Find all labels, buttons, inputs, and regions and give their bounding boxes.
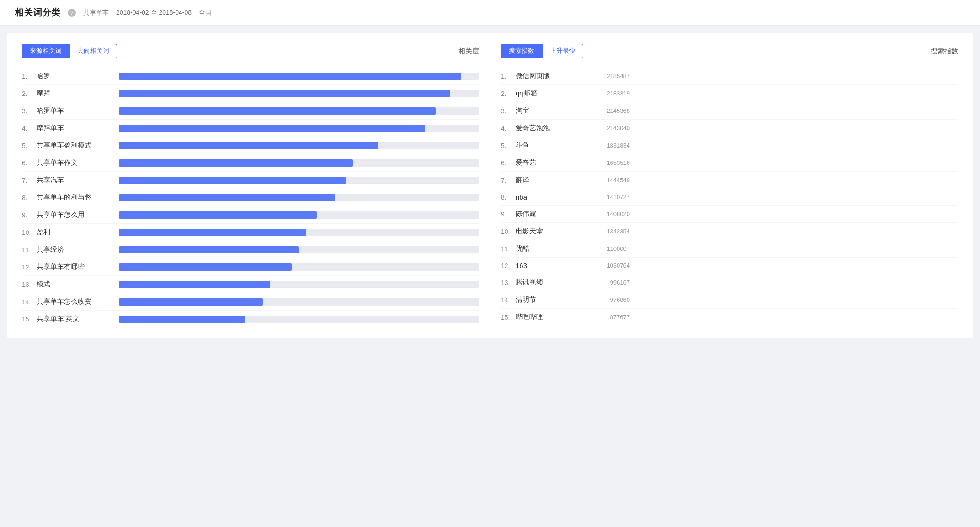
- relevance-bar-container: [119, 194, 479, 201]
- search-score: 1342354: [589, 228, 630, 235]
- rank-number: 6.: [501, 159, 516, 167]
- rank-number: 11.: [22, 246, 37, 253]
- relevance-bar-fill: [119, 125, 425, 132]
- keyword-text: 163: [516, 262, 589, 269]
- keyword-text: 共享经济: [37, 245, 119, 254]
- relevance-bar-fill: [119, 211, 317, 219]
- keyword-text: 共享单车有哪些: [37, 263, 119, 271]
- relevance-bar-container: [119, 229, 479, 236]
- keyword-text: 淘宝: [516, 106, 589, 115]
- keyword-text: 盈利: [37, 228, 119, 237]
- keyword-text: 模式: [37, 280, 119, 289]
- rank-number: 15.: [22, 316, 37, 323]
- rank-number: 1.: [22, 73, 37, 80]
- right-list-item: 12. 163 1030764: [501, 258, 958, 274]
- rank-number: 2.: [22, 90, 37, 97]
- relevance-bar-container: [119, 90, 479, 97]
- rank-number: 4.: [501, 125, 516, 132]
- keyword-text: 优酷: [516, 244, 589, 253]
- rank-number: 13.: [501, 279, 516, 286]
- search-score: 1653516: [589, 159, 630, 166]
- right-list-item: 8. nba 1410727: [501, 189, 958, 206]
- keyword-text: 哈罗单车: [37, 106, 119, 115]
- search-score: 1408020: [589, 211, 630, 217]
- search-score: 2183319: [589, 90, 630, 97]
- rank-number: 5.: [501, 142, 516, 149]
- rank-number: 6.: [22, 159, 37, 167]
- two-column-layout: 来源相关词 去向相关词 相关度 1. 哈罗 2. 摩拜 3. 哈罗单车: [22, 44, 958, 327]
- search-score: 2143040: [589, 125, 630, 132]
- relevance-bar-container: [119, 246, 479, 253]
- main-content: 来源相关词 去向相关词 相关度 1. 哈罗 2. 摩拜 3. 哈罗单车: [7, 33, 973, 338]
- left-list-item: 6. 共享单车作文: [22, 154, 479, 172]
- relevance-bar-fill: [119, 177, 346, 184]
- right-list-item: 14. 清明节 976860: [501, 291, 958, 309]
- relevance-bar-container: [119, 159, 479, 167]
- tab-target-related[interactable]: 去向相关词: [69, 44, 117, 58]
- tab-rising-fast[interactable]: 上升最快: [542, 44, 583, 58]
- tab-source-related[interactable]: 来源相关词: [22, 44, 69, 58]
- keyword-text: 共享单车盈利模式: [37, 141, 119, 150]
- keyword-text: 哔哩哔哩: [516, 313, 589, 321]
- search-score: 1444549: [589, 177, 630, 184]
- relevance-bar-container: [119, 316, 479, 323]
- keyword-text: 爱奇艺: [516, 158, 589, 167]
- keyword-text: 共享单车的利与弊: [37, 193, 119, 202]
- rank-number: 7.: [501, 177, 516, 184]
- keyword-text: 电影天堂: [516, 227, 589, 236]
- keyword-text: 爱奇艺泡泡: [516, 124, 589, 132]
- right-list-item: 4. 爱奇艺泡泡 2143040: [501, 120, 958, 137]
- relevance-bar-fill: [119, 107, 436, 115]
- left-section-header: 来源相关词 去向相关词 相关度: [22, 44, 479, 58]
- relevance-bar-fill: [119, 229, 306, 236]
- search-score: 996167: [589, 279, 630, 286]
- relevance-bar-container: [119, 177, 479, 184]
- search-score: 1410727: [589, 194, 630, 200]
- keyword-text: 清明节: [516, 295, 589, 304]
- relevance-bar-container: [119, 142, 479, 149]
- page-title: 相关词分类: [15, 6, 60, 19]
- rank-number: 14.: [22, 298, 37, 306]
- header-date-range: 2018-04-02 至 2018-04-08: [116, 9, 192, 17]
- rank-number: 3.: [22, 107, 37, 115]
- relevance-bar-fill: [119, 281, 270, 288]
- relevance-bar-container: [119, 107, 479, 115]
- keyword-text: 共享单车 英文: [37, 315, 119, 323]
- left-section: 来源相关词 去向相关词 相关度 1. 哈罗 2. 摩拜 3. 哈罗单车: [22, 44, 479, 327]
- keyword-text: 共享单车怎么收费: [37, 297, 119, 306]
- keyword-text: 共享汽车: [37, 176, 119, 184]
- right-list-item: 10. 电影天堂 1342354: [501, 223, 958, 240]
- header-keyword: 共享单车: [83, 9, 109, 17]
- left-list-item: 14. 共享单车怎么收费: [22, 293, 479, 311]
- search-score: 877677: [589, 314, 630, 321]
- keyword-text: 摩拜单车: [37, 124, 119, 132]
- rank-number: 9.: [22, 211, 37, 219]
- rank-number: 4.: [22, 125, 37, 132]
- right-list-item: 6. 爱奇艺 1653516: [501, 154, 958, 172]
- header-region: 全国: [199, 9, 212, 17]
- relevance-bar-container: [119, 211, 479, 219]
- relevance-bar-container: [119, 264, 479, 271]
- rank-number: 11.: [501, 245, 516, 253]
- rank-number: 1.: [501, 73, 516, 80]
- rank-number: 13.: [22, 281, 37, 288]
- search-score: 2145368: [589, 107, 630, 114]
- relevance-bar-fill: [119, 159, 353, 167]
- help-icon[interactable]: ?: [68, 9, 76, 17]
- right-list-item: 5. 斗鱼 1831834: [501, 137, 958, 154]
- relevance-bar-container: [119, 298, 479, 306]
- rank-number: 12.: [501, 262, 516, 269]
- left-list-item: 15. 共享单车 英文: [22, 311, 479, 327]
- search-score: 2185487: [589, 73, 630, 79]
- rank-number: 5.: [22, 142, 37, 149]
- left-list: 1. 哈罗 2. 摩拜 3. 哈罗单车 4. 摩拜单车 5. 共享单: [22, 68, 479, 327]
- left-list-item: 7. 共享汽车: [22, 172, 479, 189]
- rank-number: 2.: [501, 90, 516, 97]
- keyword-text: 微信网页版: [516, 72, 589, 80]
- tab-search-index[interactable]: 搜索指数: [501, 44, 542, 58]
- relevance-label: 相关度: [458, 47, 479, 56]
- relevance-bar-fill: [119, 90, 450, 97]
- right-tab-group: 搜索指数 上升最快: [501, 44, 583, 58]
- left-list-item: 9. 共享单车怎么用: [22, 206, 479, 224]
- right-list: 1. 微信网页版 2185487 2. qq邮箱 2183319 3. 淘宝 2…: [501, 68, 958, 326]
